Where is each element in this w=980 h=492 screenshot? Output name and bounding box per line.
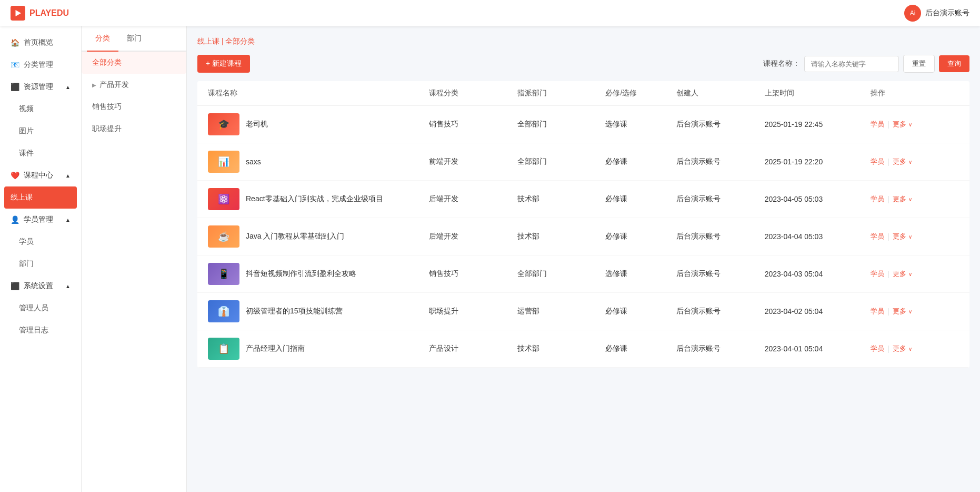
table-row: 🎓 老司机 销售技巧 全部部门 选修课 后台演示账号 2025-01-19 22… bbox=[197, 106, 969, 143]
course-name-cell: ⚛️ React零基础入门到实战，完成企业级项目 bbox=[208, 188, 429, 210]
action-divider: | bbox=[887, 345, 889, 353]
course-department: 运营部 bbox=[517, 307, 606, 316]
course-name-cell: 📱 抖音短视频制作引流到盈利全攻略 bbox=[208, 263, 429, 285]
sidebar-item-label: 线上课 bbox=[11, 193, 33, 202]
logo-icon bbox=[11, 6, 25, 21]
sidebar-item-image[interactable]: 图片 bbox=[0, 120, 81, 142]
sidebar-item-courseware[interactable]: 课件 bbox=[0, 142, 81, 164]
course-category: 后端开发 bbox=[429, 194, 517, 204]
course-thumbnail: ☕ bbox=[208, 225, 239, 248]
action-divider: | bbox=[887, 232, 889, 241]
search-input[interactable] bbox=[804, 56, 899, 72]
col-dept: 指派部门 bbox=[517, 88, 606, 98]
sidebar-item-student-mgmt[interactable]: 👤 学员管理 ▲ bbox=[0, 209, 81, 231]
chevron-up-icon-3: ▲ bbox=[65, 217, 71, 223]
chevron-down-icon: ∨ bbox=[908, 122, 912, 127]
tab-department[interactable]: 部门 bbox=[118, 26, 150, 51]
course-table: 课程名称 课程分类 指派部门 必修/选修 创建人 上架时间 操作 🎓 老司机 销… bbox=[197, 81, 969, 368]
sidebar-item-student[interactable]: 学员 bbox=[0, 231, 81, 253]
sidebar-item-label: 首页概览 bbox=[24, 38, 53, 47]
sidebar-item-label: 课程中心 bbox=[24, 171, 53, 180]
sidebar-item-course-center[interactable]: ❤️ 课程中心 ▲ bbox=[0, 164, 81, 186]
course-title: 老司机 bbox=[246, 120, 268, 129]
action-cell: 学员 | 更多 ∨ bbox=[871, 307, 959, 316]
course-thumbnail: ⚛️ bbox=[208, 188, 239, 210]
sidebar-item-admin-log[interactable]: 管理日志 bbox=[0, 319, 81, 341]
resource-icon: ⬛ bbox=[11, 83, 19, 91]
category-label: 职场提升 bbox=[92, 124, 122, 134]
course-publish-time: 2023-04-02 05:04 bbox=[765, 307, 871, 316]
student-action-link[interactable]: 学员 bbox=[871, 194, 884, 204]
logo: PLAYEDU bbox=[11, 6, 69, 21]
col-required: 必修/选修 bbox=[605, 88, 676, 98]
toolbar: + 新建课程 课程名称： 重置 查询 bbox=[197, 55, 969, 73]
breadcrumb: 线上课 | 全部分类 bbox=[197, 37, 969, 46]
table-row: ☕ Java 入门教程从零基础到入门 后端开发 技术部 必修课 后台演示账号 2… bbox=[197, 218, 969, 255]
course-department: 全部部门 bbox=[517, 120, 606, 129]
chevron-up-icon: ▲ bbox=[65, 84, 71, 90]
course-category: 产品设计 bbox=[429, 344, 517, 353]
col-creator: 创建人 bbox=[676, 88, 765, 98]
more-action-link[interactable]: 更多 bbox=[893, 307, 906, 316]
sidebar-item-label: 管理人员 bbox=[19, 303, 48, 313]
sidebar-item-resource-mgmt[interactable]: ⬛ 资源管理 ▲ bbox=[0, 76, 81, 98]
topbar: PLAYEDU Ai 后台演示账号 bbox=[0, 0, 980, 26]
sidebar-item-admin[interactable]: 管理人员 bbox=[0, 297, 81, 319]
add-course-button[interactable]: + 新建课程 bbox=[197, 55, 250, 73]
svg-marker-0 bbox=[16, 10, 22, 16]
category-item-sales[interactable]: 销售技巧 bbox=[82, 96, 186, 118]
course-required: 必修课 bbox=[605, 307, 676, 316]
course-required: 必修课 bbox=[605, 194, 676, 204]
table-header: 课程名称 课程分类 指派部门 必修/选修 创建人 上架时间 操作 bbox=[197, 81, 969, 106]
more-action-link[interactable]: 更多 bbox=[893, 157, 906, 166]
sidebar-item-video[interactable]: 视频 bbox=[0, 98, 81, 120]
more-action-link[interactable]: 更多 bbox=[893, 194, 906, 204]
course-rows: 🎓 老司机 销售技巧 全部部门 选修课 后台演示账号 2025-01-19 22… bbox=[197, 106, 969, 368]
student-action-link[interactable]: 学员 bbox=[871, 344, 884, 353]
action-cell: 学员 | 更多 ∨ bbox=[871, 344, 959, 353]
category-item-workplace[interactable]: 职场提升 bbox=[82, 118, 186, 140]
category-label: 全部分类 bbox=[92, 58, 122, 67]
reset-button[interactable]: 重置 bbox=[903, 55, 935, 73]
student-action-link[interactable]: 学员 bbox=[871, 232, 884, 241]
student-action-link[interactable]: 学员 bbox=[871, 307, 884, 316]
more-action-link[interactable]: 更多 bbox=[893, 269, 906, 279]
student-icon: 👤 bbox=[11, 215, 19, 224]
tab-category[interactable]: 分类 bbox=[87, 26, 118, 51]
left-panel: 分类 部门 全部分类 ▶ 产品开发 销售技巧 职场提升 bbox=[82, 26, 187, 492]
category-item-all[interactable]: 全部分类 bbox=[82, 52, 186, 74]
sidebar-item-home[interactable]: 🏠 首页概览 bbox=[0, 32, 81, 54]
search-button[interactable]: 查询 bbox=[939, 55, 969, 72]
course-thumbnail: 🎓 bbox=[208, 113, 239, 135]
sidebar-item-dept[interactable]: 部门 bbox=[0, 253, 81, 275]
chevron-down-icon: ∨ bbox=[908, 346, 912, 352]
more-action-link[interactable]: 更多 bbox=[893, 344, 906, 353]
category-item-product-dev[interactable]: ▶ 产品开发 bbox=[82, 74, 186, 96]
course-department: 全部部门 bbox=[517, 157, 606, 166]
sidebar-item-label: 课件 bbox=[19, 149, 34, 158]
chevron-up-icon-4: ▲ bbox=[65, 283, 71, 289]
student-action-link[interactable]: 学员 bbox=[871, 157, 884, 166]
main-content: 线上课 | 全部分类 + 新建课程 课程名称： 重置 查询 课程名称 课程分类 … bbox=[187, 26, 980, 492]
sidebar-item-label: 学员管理 bbox=[24, 215, 53, 224]
course-name-cell: ☕ Java 入门教程从零基础到入门 bbox=[208, 225, 429, 248]
action-divider: | bbox=[887, 120, 889, 129]
table-row: 📱 抖音短视频制作引流到盈利全攻略 销售技巧 全部部门 选修课 后台演示账号 2… bbox=[197, 255, 969, 293]
more-action-link[interactable]: 更多 bbox=[893, 232, 906, 241]
student-action-link[interactable]: 学员 bbox=[871, 269, 884, 279]
student-action-link[interactable]: 学员 bbox=[871, 120, 884, 129]
course-creator: 后台演示账号 bbox=[676, 120, 765, 129]
course-department: 全部部门 bbox=[517, 269, 606, 279]
sidebar-item-system-settings[interactable]: ⬛ 系统设置 ▲ bbox=[0, 275, 81, 297]
action-cell: 学员 | 更多 ∨ bbox=[871, 157, 959, 166]
search-label: 课程名称： bbox=[763, 59, 800, 68]
sidebar-item-label: 学员 bbox=[19, 237, 34, 247]
sidebar-item-online-course[interactable]: 线上课 bbox=[4, 186, 77, 209]
course-required: 必修课 bbox=[605, 344, 676, 353]
more-action-link[interactable]: 更多 bbox=[893, 120, 906, 129]
action-divider: | bbox=[887, 307, 889, 316]
course-name-cell: 🎓 老司机 bbox=[208, 113, 429, 135]
sidebar-item-category-mgmt[interactable]: 📧 分类管理 bbox=[0, 54, 81, 76]
sub-arrow: ▶ bbox=[92, 82, 96, 88]
course-publish-time: 2025-01-19 22:20 bbox=[765, 158, 871, 166]
